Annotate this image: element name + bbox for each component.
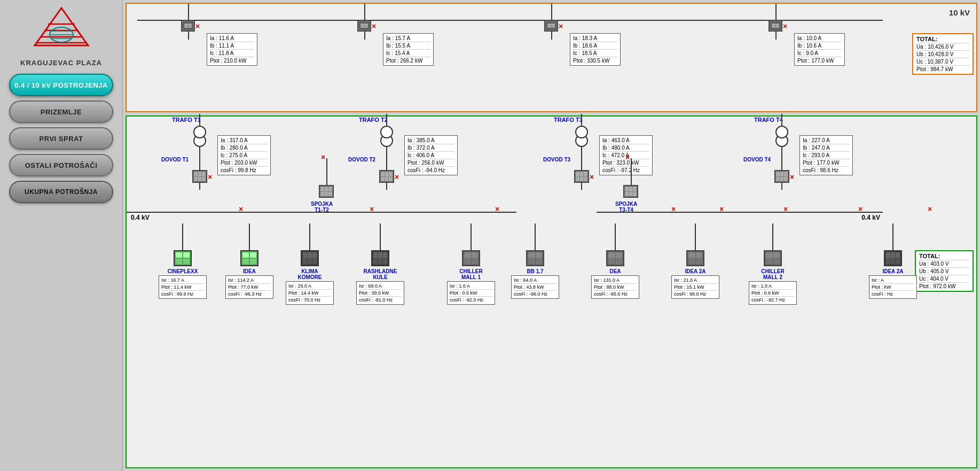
info-box-1: Ia : 11.6 A Ib : 11.1 A Ic : 11.8 A Ptot… — [207, 33, 257, 66]
trafo-t1-label: TRAFO T1 — [172, 117, 201, 123]
wire-v4 — [775, 4, 777, 20]
x-mark-spojka-t1t2: × — [321, 153, 325, 161]
x-mark-dovod-t2: × — [395, 173, 399, 181]
dovod-t3-switch — [574, 170, 589, 183]
trafo-t4-wire-bot — [781, 147, 782, 190]
total-box-04kv: TOTAL: Ua : 403.0 V Ub : 405.0 V Uc : 40… — [915, 250, 974, 292]
klima-info: Isr : 29.0 A Ptot : 14.4 kW cosFi : 70.0… — [286, 281, 334, 305]
spojka-t1t2-label: SPOJKA T1-T2 — [311, 201, 333, 213]
chiller2-info: Isr : 1.0 A Ptot : 0.6 kW cosFi : -92.7 … — [749, 281, 797, 305]
wire-v2 — [364, 4, 365, 20]
sidebar-item-ostali[interactable]: OSTALI POTROŠAČI — [9, 154, 113, 176]
wire-v3 — [551, 4, 552, 20]
sidebar-item-postrojenja[interactable]: 0.4 / 10 kV POSTROJENJA — [9, 74, 113, 96]
idea1-label: IDEA — [225, 268, 273, 274]
company-name: KRAGUJEVAC PLAZA — [20, 59, 102, 67]
x-mark-dovod-t4: × — [790, 173, 794, 181]
x-mark-dovod-t1: × — [208, 173, 212, 181]
spojka-t1t2-wire-top — [326, 158, 327, 185]
klima-icon — [301, 250, 319, 266]
trafo-t3-circle1 — [575, 126, 588, 138]
dovod-t3-label: DOVOD T3 — [543, 157, 570, 163]
dea-wire — [615, 223, 616, 250]
total-title-10kv: TOTAL: — [916, 35, 969, 43]
consumer-rashladne: RASHLADNE KULE Isr : 69.0 A Ptot : 39.5 … — [356, 223, 404, 305]
consumer-cineplexx: CINEPLEXX Isr : 16.7 A Ptot : 11.4 kW co… — [159, 223, 207, 299]
idea2a2-wire — [892, 223, 893, 250]
busbar-04kv-right — [597, 212, 883, 213]
section-04kv: 0.4 kV 0.4 kV TRAFO T1 DOVOD T1 — [126, 115, 977, 468]
x-bus-2: × — [370, 205, 374, 213]
x-bus-7: × — [858, 205, 863, 213]
bb17-wire — [535, 223, 536, 250]
total-title-04kv: TOTAL: — [919, 252, 969, 260]
f1-ib: Ib : 11.1 A — [210, 42, 254, 50]
x-bus-6: × — [783, 205, 788, 213]
idea2a2-icon — [884, 250, 902, 266]
label-10kv: 10 kV — [949, 8, 970, 17]
trafo-t2-wire-bot — [386, 147, 387, 190]
info-box-3: Ia : 18.3 A Ib : 18.6 A Ic : 18.5 A Ptot… — [570, 33, 621, 66]
dea-icon — [606, 250, 624, 266]
wire-v4b — [775, 32, 777, 40]
switch-1 — [181, 20, 195, 32]
switch-2 — [357, 20, 371, 32]
wire-v1 — [188, 4, 189, 20]
label-04kv-left: 0.4 kV — [131, 214, 150, 221]
consumer-idea1: IDEA Isr : 114.2 A Ptot : 77.0 kW cosFi … — [225, 223, 273, 299]
trafo-t2-info: Ia : 385.0 A Ib : 372.0 A Ic : 406.0 A P… — [404, 135, 458, 175]
dea-info: Isr : 131.0 A Ptot : 88.0 kW cosFi : -95… — [591, 275, 639, 299]
dovod-t2-switch — [379, 170, 394, 183]
f1-ic: Ic : 11.8 A — [210, 50, 254, 57]
trafo-t3-label: TRAFO T3 — [554, 117, 583, 123]
idea2a-label: IDEA 2A — [671, 268, 719, 274]
trafo-t3-wire-bot — [581, 147, 582, 190]
spojka-t3t4-wire-top — [631, 158, 632, 185]
f1-ia: Ia : 11.6 A — [210, 35, 254, 42]
chiller2-wire — [772, 223, 773, 250]
trafo-t2-wire-top — [386, 114, 387, 126]
consumer-idea2a: IDEA 2A Isr : 21.0 A Ptot : 15.1 kW cosF… — [671, 223, 719, 299]
chiller1-info: Isr : 1.0 A Ptot : 0.5 kW cosFi : -92.0 … — [447, 281, 495, 305]
idea1-wire — [249, 223, 250, 250]
idea2a-info: Isr : 21.0 A Ptot : 15.1 kW cosFi : 99.0… — [671, 275, 719, 299]
sidebar-item-prvi-sprat[interactable]: PRVI SPRAT — [9, 127, 113, 150]
bb17-label: BB 1.7 — [511, 268, 559, 274]
rashladne-label: RASHLADNE KULE — [356, 268, 404, 280]
idea2a-wire — [695, 223, 696, 250]
rashladne-info: Isr : 69.0 A Ptot : 39.5 kW cosFi : -81.… — [356, 281, 404, 305]
trafo-t1-wire-bot — [199, 147, 200, 190]
section-10kv: 10 kV × Ia : 11.6 A — [126, 3, 977, 112]
trafo-t1-circle1 — [193, 126, 206, 138]
trafo-t2-circle1 — [380, 126, 393, 138]
rashladne-icon — [371, 250, 389, 266]
bb17-info: Isr : 64.0 A Ptot : 43.8 kW cosFi : -96.… — [511, 275, 559, 299]
x-mark-1: × — [195, 22, 200, 30]
sidebar-item-prizemlje[interactable]: PRIZEMLJE — [9, 101, 113, 123]
consumer-chiller1: CHILLER MALL 1 Isr : 1.0 A Ptot : 0.5 kW… — [447, 223, 495, 305]
x-mark-spojka-t3t4: × — [625, 153, 630, 161]
consumer-dea: DEA Isr : 131.0 A Ptot : 88.0 kW cosFi :… — [591, 223, 639, 299]
switch-3 — [544, 20, 558, 32]
trafo-t4-info: Ia : 227.0 A Ib : 247.0 A Ic : 293.0 A P… — [799, 135, 853, 175]
cineplexx-icon — [174, 250, 192, 266]
sidebar-item-ukupna[interactable]: UKUPNA POTROŠNJA — [9, 181, 113, 203]
trafo-t3-wire-top — [581, 114, 582, 126]
trafo-t2-label: TRAFO T2 — [359, 117, 388, 123]
wire-v3b — [551, 32, 552, 40]
chiller2-label: CHILLER MALL 2 — [749, 268, 797, 280]
idea1-icon — [240, 250, 258, 266]
dovod-t4-switch — [774, 170, 789, 183]
trafo-t4-circle1 — [775, 126, 788, 138]
cineplexx-label: CINEPLEXX — [159, 268, 207, 274]
x-bus-8: × — [928, 205, 932, 213]
dovod-t2-label: DOVOD T2 — [348, 157, 375, 163]
x-mark-dovod-t3: × — [590, 173, 594, 181]
x-bus-3: × — [495, 205, 499, 213]
x-mark-2: × — [372, 22, 376, 30]
cineplexx-wire — [182, 223, 183, 250]
x-mark-4: × — [783, 22, 787, 30]
idea2a2-info: Isr : A Ptot : kW cosFi : Hz — [869, 275, 917, 299]
spojka-t3t4-switch — [623, 185, 638, 198]
main-content: 10 kV × Ia : 11.6 A — [123, 0, 980, 471]
